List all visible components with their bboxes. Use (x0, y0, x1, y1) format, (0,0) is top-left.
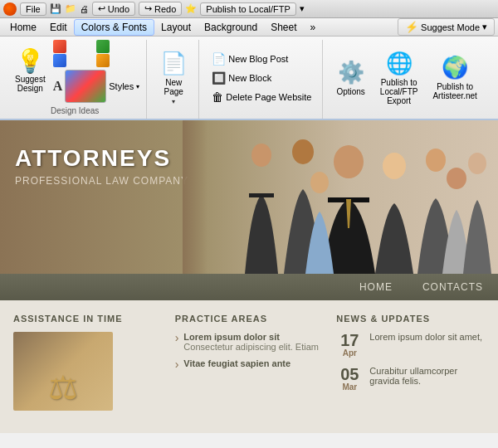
menu-home[interactable]: Home (3, 20, 43, 35)
suggest-mode-label: Suggest Mode (421, 22, 480, 32)
blog-post-icon: 📄 (212, 52, 226, 66)
menu-edit[interactable]: Edit (43, 20, 74, 35)
practice-arrow-1: › (175, 331, 179, 344)
new-block-label: New Block (228, 73, 271, 83)
new-page-label: New Page (164, 78, 183, 96)
grid-icon-group (53, 40, 140, 67)
ribbon-group-publish: ⚙️ Options 🌐 Publish toLocal/FTPExport 🌍… (325, 40, 488, 119)
menu-background[interactable]: Background (198, 20, 264, 35)
menu-layout[interactable]: Layout (154, 20, 198, 35)
toolbar-icon-print[interactable]: 🖨 (80, 4, 89, 14)
nav-bar: HOME CONTACTS (0, 274, 498, 300)
lightning-icon: ⚡ (405, 21, 418, 33)
grid-icon-2 (96, 40, 110, 53)
menu-colors-fonts[interactable]: Colors & Fonts (74, 19, 154, 36)
publish-local-label: Publish toLocal/FTPExport (380, 78, 418, 105)
down-arrow-icon[interactable]: ▾ (300, 3, 305, 14)
delete-icon: 🗑 (212, 90, 223, 104)
chevron-down-icon: ▾ (482, 22, 487, 32)
practice-desc-1: Consectetur adipiscing elit. Etiam (183, 342, 319, 352)
svg-point-6 (383, 153, 406, 179)
publish-btn[interactable]: Publish to Local/FTP (200, 2, 296, 16)
svg-point-4 (334, 145, 364, 178)
publish-label: Publish to Local/FTP (206, 4, 290, 14)
svg-point-7 (426, 149, 446, 172)
news-day-1: 17 (336, 332, 363, 348)
practice-heading: PRACTICE AREAS (175, 314, 324, 324)
publish-local-btn[interactable]: 🌐 Publish toLocal/FTPExport (375, 47, 423, 109)
options-label: Options (336, 87, 364, 96)
ribbon: 💡 SuggestDesign A Styles ▾ Design Ideas (0, 37, 498, 120)
news-date-2: 05 Mar (336, 366, 363, 392)
svg-point-9 (447, 168, 466, 189)
options-btn[interactable]: ⚙️ Options (331, 56, 369, 100)
delete-page-label: Delete Page Website (226, 92, 311, 102)
news-text-2: Curabitur ullamcorper gravida felis. (369, 366, 485, 392)
practice-item-2: › Vitae feugiat sapien ante (175, 358, 324, 371)
new-page-icon: 📄 (160, 51, 187, 76)
right-icons: A Styles ▾ (53, 40, 140, 103)
redo-btn[interactable]: ↪Redo (139, 2, 182, 16)
publish-artisteer-icon: 🌍 (442, 55, 468, 80)
new-block-btn[interactable]: 🔲 New Block (208, 69, 315, 87)
nav-contacts[interactable]: CONTACTS (408, 274, 498, 300)
svg-point-10 (468, 153, 486, 174)
toolbar-icon-save[interactable]: 💾 (50, 3, 61, 14)
publish-content: ⚙️ Options 🌐 Publish toLocal/FTPExport 🌍… (331, 40, 481, 115)
scales-image (13, 332, 113, 411)
undo-label: Undo (108, 4, 129, 14)
svg-point-3 (292, 139, 314, 164)
assistance-heading: ASSISTANCE IN TIME (13, 314, 162, 324)
svg-rect-2 (249, 193, 274, 197)
hero-text: ATTORNEYS PROFESSIONAL LAW COMPANY (15, 145, 188, 187)
ribbon-group-insert: 📄 New Blog Post 🔲 New Block 🗑 Delete Pag… (201, 40, 323, 119)
lightbulb-icon: 💡 (16, 50, 45, 73)
news-text-1: Lorem ipsum dolor sit amet, (369, 332, 482, 358)
star-icon: ⭐ (185, 3, 197, 14)
news-col: NEWS & UPDATES 17 Apr Lorem ipsum dolor … (336, 314, 485, 420)
app-icon (3, 2, 17, 16)
hero-section: ATTORNEYS PROFESSIONAL LAW COMPANY (0, 120, 498, 274)
practice-title-1: Lorem ipsum dolor sit (183, 332, 319, 342)
new-page-btn[interactable]: 📄 New Page ▾ (155, 47, 192, 109)
publish-artisteer-btn[interactable]: 🌍 Publish toArtisteer.net (427, 51, 481, 104)
font-a-icon: A (53, 79, 63, 94)
title-bar: File 💾 📁 🖨 ↩Undo ↪Redo ⭐ Publish to Loca… (0, 0, 498, 18)
nav-home[interactable]: HOME (344, 274, 408, 300)
practice-title-2: Vitae feugiat sapien ante (183, 358, 290, 368)
news-item-1: 17 Apr Lorem ipsum dolor sit amet, (336, 332, 485, 358)
file-menu-btn[interactable]: File (20, 2, 46, 16)
insert-buttons: 📄 New Blog Post 🔲 New Block 🗑 Delete Pag… (208, 50, 315, 106)
practice-item-2-content: Vitae feugiat sapien ante (183, 358, 290, 368)
undo-btn[interactable]: ↩Undo (92, 2, 135, 16)
options-icon: ⚙️ (338, 60, 364, 85)
svg-point-8 (310, 172, 329, 193)
menu-more[interactable]: » (304, 20, 323, 35)
practice-item-1: › Lorem ipsum dolor sit Consectetur adip… (175, 332, 324, 352)
practice-item-1-content: Lorem ipsum dolor sit Consectetur adipis… (183, 332, 319, 352)
publish-local-icon: 🌐 (386, 51, 413, 76)
news-heading: NEWS & UPDATES (336, 314, 485, 324)
menu-bar: Home Edit Colors & Fonts Layout Backgrou… (0, 18, 498, 37)
practice-col: PRACTICE AREAS › Lorem ipsum dolor sit C… (175, 314, 324, 420)
people-image (183, 120, 498, 274)
new-blog-post-btn[interactable]: 📄 New Blog Post (208, 50, 315, 68)
suggest-mode-btn[interactable]: ⚡ Suggest Mode ▾ (398, 18, 495, 36)
insert-content: 📄 New Blog Post 🔲 New Block 🗑 Delete Pag… (208, 40, 315, 115)
suggest-design-btn[interactable]: 💡 SuggestDesign (10, 46, 51, 96)
styles-box[interactable] (65, 70, 106, 103)
ribbon-group-design-content: 💡 SuggestDesign A Styles ▾ (10, 40, 139, 103)
suggest-design-label: SuggestDesign (15, 75, 46, 93)
delete-page-btn[interactable]: 🗑 Delete Page Website (208, 88, 315, 106)
styles-arrow[interactable]: ▾ (136, 83, 139, 90)
ribbon-group-new-page: 📄 New Page ▾ (149, 40, 199, 119)
practice-list: › Lorem ipsum dolor sit Consectetur adip… (175, 332, 324, 371)
split-arrow-icon: ▾ (172, 98, 175, 105)
toolbar-icon-folder[interactable]: 📁 (65, 3, 76, 14)
new-page-content: 📄 New Page ▾ (155, 40, 192, 115)
file-label: File (26, 4, 41, 14)
news-month-1: Apr (336, 348, 363, 358)
menu-sheet[interactable]: Sheet (264, 20, 303, 35)
practice-arrow-2: › (175, 358, 179, 371)
font-styles-row: A Styles ▾ (53, 70, 140, 103)
